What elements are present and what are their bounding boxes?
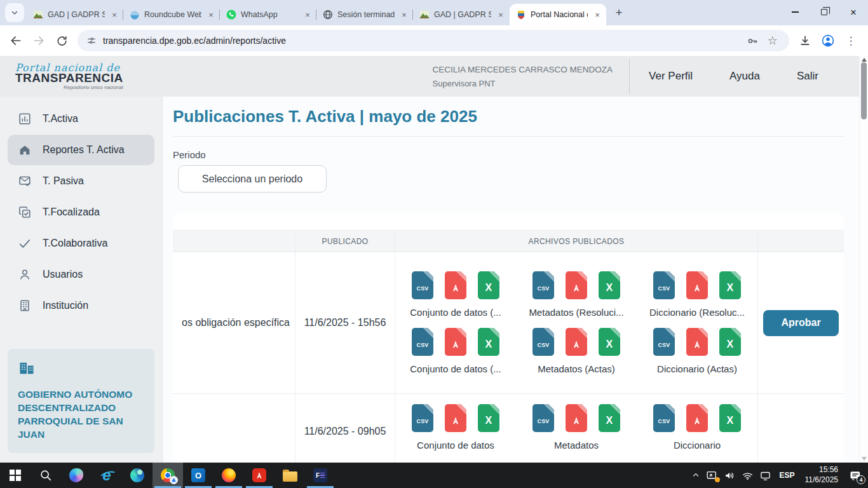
sidebar-item-t-colaborativa[interactable]: T.Colaborativa <box>8 228 154 259</box>
sidebar-item-t-activa[interactable]: T.Activa <box>8 104 154 134</box>
file-group-label[interactable]: Conjunto de datos <box>417 440 494 451</box>
csv-file-icon[interactable]: CSV <box>412 328 433 356</box>
sidebar-item-reportes-t-activa[interactable]: Reportes T. Activa <box>8 135 154 165</box>
sidebar-item-institucion[interactable]: Institución <box>8 290 154 321</box>
taskbar-clock[interactable]: 15:56 11/6/2025 <box>803 465 841 485</box>
action-center-button[interactable]: 4 <box>849 470 862 482</box>
pdf-file-icon[interactable] <box>686 328 708 356</box>
tab-close-icon[interactable]: × <box>206 10 216 20</box>
browser-tab-whatsapp[interactable]: WhatsApp × <box>220 4 316 25</box>
sidebar-item-usuarios[interactable]: Usuarios <box>8 259 154 290</box>
csv-file-icon[interactable]: CSV <box>412 404 433 432</box>
profile-button[interactable] <box>817 30 839 51</box>
tray-wifi-icon[interactable] <box>742 470 754 482</box>
browser-tab-gad-1[interactable]: GAD | GADPR San Jua × <box>27 4 123 25</box>
tray-chevron-up-icon[interactable] <box>691 471 700 480</box>
start-button[interactable] <box>0 463 31 488</box>
excel-file-icon[interactable]: X <box>599 271 620 299</box>
csv-file-icon[interactable]: CSV <box>532 328 554 356</box>
tray-connect-icon[interactable] <box>759 470 771 481</box>
file-group-label[interactable]: Diccionario <box>674 440 721 451</box>
excel-file-icon[interactable]: X <box>599 328 620 356</box>
period-select[interactable]: Selecciona un periodo <box>178 165 327 193</box>
file-group-label[interactable]: Conjunto de datos (... <box>410 363 501 374</box>
csv-file-icon[interactable]: CSV <box>653 328 675 356</box>
csv-file-icon[interactable]: CSV <box>412 271 433 299</box>
bookmark-star-icon[interactable]: ☆ <box>768 35 778 46</box>
taskbar-fapp-button[interactable]: F <box>305 463 336 488</box>
tab-close-icon[interactable]: × <box>109 10 119 20</box>
tray-volume-icon[interactable] <box>724 470 736 482</box>
language-indicator[interactable]: ESP <box>777 471 796 480</box>
csv-file-icon[interactable]: CSV <box>653 271 675 299</box>
pdf-file-icon[interactable] <box>686 404 708 432</box>
window-maximize-button[interactable] <box>810 0 839 24</box>
file-group-label[interactable]: Diccionario (Actas) <box>657 363 737 374</box>
pdf-file-icon[interactable] <box>445 271 466 299</box>
new-tab-button[interactable]: + <box>610 4 628 22</box>
excel-file-icon[interactable]: X <box>478 404 499 432</box>
logout-link[interactable]: Salir <box>797 70 818 83</box>
file-group-label[interactable]: Diccionario (Resoluc... <box>649 307 745 318</box>
taskbar-acrobat-button[interactable] <box>244 463 275 488</box>
help-link[interactable]: Ayuda <box>729 70 760 83</box>
file-group-label[interactable]: Conjunto de datos (... <box>410 307 501 318</box>
back-button[interactable] <box>5 30 27 51</box>
browser-tab-roundcube[interactable]: Roundcube Webmail × <box>123 4 220 25</box>
csv-file-icon[interactable]: CSV <box>532 271 554 299</box>
scroll-up-arrow-icon[interactable] <box>862 58 867 62</box>
page-scrollbar[interactable] <box>859 56 868 463</box>
browser-tab-gad-2[interactable]: GAD | GADPR San Jua × <box>413 4 510 25</box>
taskbar-file-explorer-button[interactable] <box>275 463 305 488</box>
pdf-file-icon[interactable] <box>566 328 587 356</box>
taskbar-edge-button[interactable] <box>122 463 153 488</box>
file-group-label[interactable]: Metadatos (Resoluci... <box>529 307 623 318</box>
pdf-file-icon[interactable] <box>445 404 466 432</box>
view-profile-link[interactable]: Ver Perfil <box>649 70 693 83</box>
address-bar[interactable]: transparencia.dpe.gob.ec/admin/reports/a… <box>78 30 789 51</box>
pdf-file-icon[interactable] <box>686 271 708 299</box>
file-group-label[interactable]: Metadatos (Actas) <box>538 363 615 374</box>
sidebar-item-t-focalizada[interactable]: T.Focalizada <box>8 197 154 227</box>
browser-menu-button[interactable]: ⋮ <box>840 30 862 51</box>
url-text[interactable]: transparencia.dpe.gob.ec/admin/reports/a… <box>103 36 286 46</box>
tab-search-button[interactable] <box>5 3 24 22</box>
excel-file-icon[interactable]: X <box>719 404 741 432</box>
scroll-down-arrow-icon[interactable] <box>862 457 867 461</box>
institution-card[interactable]: GOBIERNO AUTÓNOMO DESCENTRALIZADO PARROQ… <box>8 349 154 453</box>
approve-button[interactable]: Aprobar <box>763 310 839 336</box>
forward-button[interactable] <box>28 30 50 51</box>
reload-button[interactable] <box>51 30 72 51</box>
password-key-icon[interactable] <box>747 35 759 47</box>
taskbar-chrome-button[interactable] <box>153 463 183 488</box>
tab-close-icon[interactable]: × <box>302 10 313 20</box>
taskbar-outlook-button[interactable]: O <box>183 463 214 488</box>
file-group-label[interactable]: Metadatos <box>554 440 599 451</box>
tab-close-icon[interactable]: × <box>592 10 602 20</box>
scrollbar-thumb[interactable] <box>861 62 867 119</box>
sidebar-item-t-pasiva[interactable]: T. Pasiva <box>8 166 154 196</box>
csv-file-icon[interactable]: CSV <box>653 404 675 432</box>
taskbar-search-button[interactable] <box>31 463 61 488</box>
excel-file-icon[interactable]: X <box>719 271 741 299</box>
excel-file-icon[interactable]: X <box>599 404 620 432</box>
csv-file-icon[interactable]: CSV <box>532 404 554 432</box>
window-close-button[interactable]: × <box>839 0 868 24</box>
taskbar-ie-button[interactable]: e <box>92 463 122 488</box>
tray-screenshare-icon[interactable] <box>706 470 718 481</box>
pdf-file-icon[interactable] <box>566 404 587 432</box>
browser-tab-sesion[interactable]: Sesión terminada | Pa × <box>316 4 413 25</box>
pdf-file-icon[interactable] <box>566 271 587 299</box>
browser-tab-portal-active[interactable]: Portal Nacional de Tra × <box>510 4 606 25</box>
tab-close-icon[interactable]: × <box>496 10 506 20</box>
pdf-file-icon[interactable] <box>445 328 466 356</box>
taskbar-copilot-button[interactable] <box>61 463 92 488</box>
window-minimize-button[interactable] <box>780 0 810 24</box>
excel-file-icon[interactable]: X <box>478 328 499 356</box>
tab-close-icon[interactable]: × <box>399 10 409 20</box>
excel-file-icon[interactable]: X <box>478 271 499 299</box>
taskbar-firefox-button[interactable] <box>214 463 244 488</box>
site-info-icon[interactable] <box>86 36 97 46</box>
excel-file-icon[interactable]: X <box>719 328 741 356</box>
downloads-button[interactable] <box>794 30 816 51</box>
